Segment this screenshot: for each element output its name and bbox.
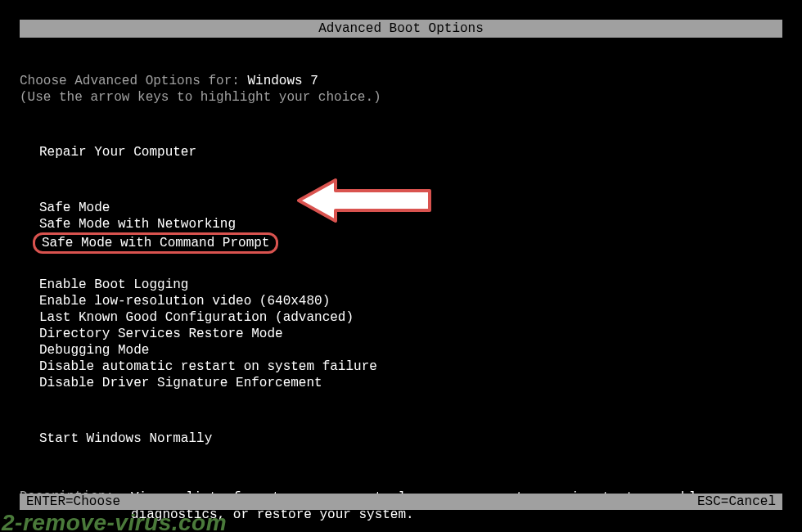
menu-repair-computer[interactable]: Repair Your Computer (39, 144, 782, 160)
menu-disable-sig[interactable]: Disable Driver Signature Enforcement (39, 375, 782, 391)
menu-ds-restore[interactable]: Directory Services Restore Mode (39, 326, 782, 342)
menu-start-normally[interactable]: Start Windows Normally (39, 431, 782, 447)
menu-section: Repair Your Computer Safe Mode Safe Mode… (39, 144, 782, 447)
menu-disable-restart[interactable]: Disable automatic restart on system fail… (39, 358, 782, 375)
menu-low-res[interactable]: Enable low-resolution video (640x480) (39, 293, 782, 309)
page-title: Advanced Boot Options (318, 21, 484, 36)
hint-line: (Use the arrow keys to highlight your ch… (20, 90, 782, 105)
menu-safe-mode-networking[interactable]: Safe Mode with Networking (39, 216, 782, 232)
content-area: Choose Advanced Options for: Windows 7 (… (0, 74, 802, 447)
menu-safe-mode-cmd[interactable]: Safe Mode with Command Prompt (33, 232, 278, 254)
watermark: 2-remove-virus.com (2, 510, 227, 532)
menu-last-known[interactable]: Last Known Good Configuration (advanced) (39, 309, 782, 326)
footer-enter: ENTER=Choose (26, 494, 120, 509)
menu-debugging[interactable]: Debugging Mode (39, 342, 782, 358)
footer-esc: ESC=Cancel (697, 494, 776, 509)
header-bar: Advanced Boot Options (20, 20, 782, 38)
menu-safe-mode[interactable]: Safe Mode (39, 200, 782, 216)
choose-line: Choose Advanced Options for: Windows 7 (20, 74, 782, 88)
footer-bar: ENTER=Choose ESC=Cancel (20, 494, 782, 510)
os-name: Windows 7 (247, 74, 318, 88)
choose-prefix: Choose Advanced Options for: (20, 74, 247, 88)
menu-boot-logging[interactable]: Enable Boot Logging (39, 277, 782, 293)
